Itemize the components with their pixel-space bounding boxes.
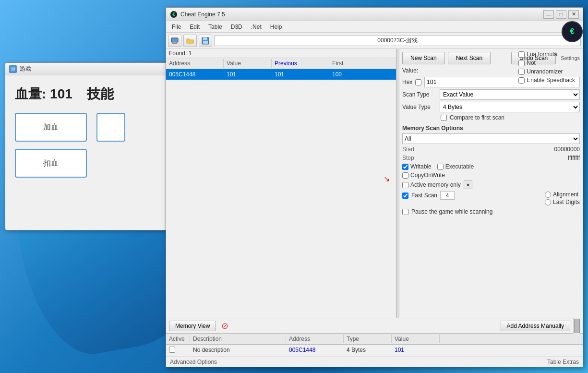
scan-type-label: Scan Type bbox=[402, 91, 437, 98]
menu-file[interactable]: File bbox=[168, 23, 185, 31]
pause-label: Pause the game while scanning bbox=[411, 208, 492, 215]
writable-checkbox[interactable] bbox=[402, 164, 408, 170]
add-address-button[interactable]: Add Address Manually bbox=[501, 321, 570, 331]
value-label: Value: bbox=[402, 67, 418, 74]
toolbar-btn-folder[interactable] bbox=[183, 35, 197, 47]
active-memory-x-button[interactable]: ✕ bbox=[464, 180, 472, 189]
computer-icon bbox=[171, 37, 179, 45]
addr-col-address: Address bbox=[286, 335, 344, 343]
start-row: Start 00000000 bbox=[402, 146, 580, 153]
red-arrow-icon: ↘ bbox=[382, 174, 391, 183]
cell-previous: 101 bbox=[272, 70, 329, 79]
ce-left-panel: Found: 1 Address Value Previous First 00… bbox=[166, 49, 396, 318]
game-btn-row-2: 扣血 bbox=[15, 149, 158, 178]
fast-scan-row: Fast Scan bbox=[402, 191, 455, 200]
no-entry-icon[interactable]: ⊘ bbox=[219, 320, 230, 332]
copy-on-write-checkbox[interactable] bbox=[402, 172, 408, 179]
not-checkbox[interactable] bbox=[518, 60, 525, 66]
alignment-radio[interactable] bbox=[545, 192, 551, 198]
compare-first-scan-checkbox[interactable] bbox=[441, 115, 447, 121]
add-blood-button[interactable]: 加血 bbox=[15, 113, 87, 142]
cell-address: 005C1448 bbox=[166, 70, 224, 79]
found-label: Found: 1 bbox=[169, 50, 192, 57]
fast-scan-alignment-row: Fast Scan Alignment Last Digits bbox=[402, 191, 580, 205]
fast-scan-label: Fast Scan bbox=[411, 192, 437, 199]
next-scan-button[interactable]: Next Scan bbox=[448, 52, 491, 64]
addr-cell-active[interactable] bbox=[166, 346, 190, 355]
value-type-select[interactable]: 1 Byte 2 Bytes 4 Bytes 8 Bytes Float Dou… bbox=[440, 102, 580, 112]
svg-rect-2 bbox=[171, 38, 178, 42]
maximize-button[interactable]: □ bbox=[556, 10, 566, 19]
ce-right-panel: New Scan Next Scan Undo Scan Settings Va… bbox=[399, 49, 583, 318]
last-digits-radio-item: Last Digits bbox=[545, 199, 580, 205]
address-bar[interactable] bbox=[214, 36, 581, 46]
folder-icon bbox=[186, 37, 194, 45]
table-row[interactable]: 005C1448 101 101 100 bbox=[166, 69, 396, 80]
game-title: 游戏 bbox=[20, 65, 31, 73]
svg-rect-3 bbox=[173, 42, 176, 43]
cell-value: 101 bbox=[224, 70, 272, 79]
minimize-button[interactable]: — bbox=[543, 10, 554, 19]
advanced-options-link[interactable]: Advanced Options bbox=[170, 359, 217, 365]
stop-row: Stop ffffffff bbox=[402, 155, 580, 161]
start-value: 00000000 bbox=[424, 146, 580, 153]
cell-first: 100 bbox=[329, 70, 377, 79]
pause-checkbox[interactable] bbox=[402, 209, 408, 215]
svg-rect-4 bbox=[172, 43, 177, 44]
unrandomizer-checkbox[interactable] bbox=[518, 69, 525, 75]
menu-net[interactable]: .Net bbox=[247, 23, 265, 31]
close-button[interactable]: ✕ bbox=[568, 10, 579, 19]
skill-stat: 技能 bbox=[87, 85, 114, 103]
addr-col-value: Value bbox=[392, 335, 440, 343]
addr-col-type: Type bbox=[344, 335, 392, 343]
menu-d3d[interactable]: D3D bbox=[227, 23, 246, 31]
pause-row: Pause the game while scanning bbox=[402, 208, 580, 215]
hex-checkbox[interactable] bbox=[415, 79, 421, 85]
ce-title-left: € Cheat Engine 7.5 bbox=[170, 11, 225, 18]
copy-on-write-item: CopyOnWrite bbox=[402, 172, 445, 179]
alignment-radio-item: Alignment bbox=[545, 191, 580, 198]
fast-scan-input[interactable] bbox=[440, 191, 455, 200]
hex-label: Hex bbox=[402, 79, 412, 85]
addr-cell-value: 101 bbox=[392, 346, 440, 355]
speedhack-item: Enable Speedhack bbox=[518, 77, 575, 84]
lua-formula-label: Lua formula bbox=[527, 51, 557, 58]
game-btn-row-1: 加血 bbox=[15, 113, 158, 142]
scrollbar[interactable] bbox=[573, 318, 580, 334]
stop-value: ffffffff bbox=[424, 155, 580, 161]
table-extras-link[interactable]: Table Extras bbox=[547, 359, 579, 365]
fast-scan-checkbox[interactable] bbox=[402, 193, 408, 199]
lua-formula-checkbox[interactable] bbox=[518, 51, 525, 58]
lua-formula-item: Lua formula bbox=[518, 51, 575, 58]
executable-checkbox[interactable] bbox=[437, 164, 444, 170]
memory-scan-dropdown[interactable]: All bbox=[402, 133, 580, 144]
addr-table-row[interactable]: No description 005C1448 4 Bytes 101 bbox=[166, 345, 583, 357]
game-content: 血量: 101 技能 加血 扣血 bbox=[5, 75, 168, 194]
scan-type-select[interactable]: Exact Value Bigger than... Smaller than.… bbox=[440, 89, 580, 100]
new-scan-button[interactable]: New Scan bbox=[402, 52, 445, 64]
stop-label: Stop bbox=[402, 155, 421, 161]
value-type-row: Value Type 1 Byte 2 Bytes 4 Bytes 8 Byte… bbox=[402, 102, 580, 112]
toolbar-btn-pc[interactable] bbox=[168, 35, 181, 47]
executable-label: Executable bbox=[445, 163, 474, 170]
active-memory-item: Active memory only bbox=[402, 181, 461, 188]
reduce-blood-button[interactable]: 扣血 bbox=[15, 149, 87, 178]
last-digits-radio[interactable] bbox=[545, 199, 551, 205]
save-icon bbox=[202, 37, 209, 45]
svg-text:€: € bbox=[172, 12, 175, 17]
ce-body: Found: 1 Address Value Previous First 00… bbox=[166, 49, 583, 318]
scan-table-header: Address Value Previous First bbox=[166, 58, 396, 69]
menu-edit[interactable]: Edit bbox=[186, 23, 204, 31]
menu-help[interactable]: Help bbox=[266, 23, 286, 31]
memory-view-button[interactable]: Memory View bbox=[169, 321, 216, 331]
active-memory-checkbox[interactable] bbox=[402, 182, 408, 188]
ce-title-buttons: — □ ✕ bbox=[543, 10, 579, 19]
menu-table[interactable]: Table bbox=[204, 23, 226, 31]
not-label: Not bbox=[527, 60, 536, 66]
health-stat: 血量: 101 bbox=[15, 85, 72, 103]
speedhack-checkbox[interactable] bbox=[518, 77, 525, 84]
toolbar-btn-save[interactable] bbox=[199, 35, 212, 47]
addr-active-checkbox[interactable] bbox=[169, 347, 175, 353]
ce-bottom: Memory View ⊘ Add Address Manually Activ… bbox=[166, 318, 583, 367]
ce-toolbar: € bbox=[166, 33, 583, 49]
